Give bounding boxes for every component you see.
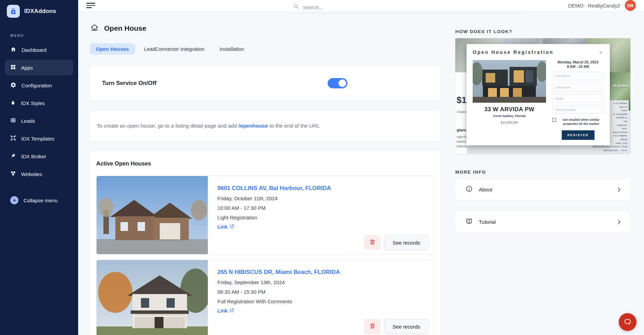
listing-title-link[interactable]: 9601 COLLINS AV, Bal Harbour, FLORIDA	[217, 185, 429, 192]
book-icon	[466, 218, 473, 226]
registration-modal-preview: Open House Registration ×	[467, 44, 610, 145]
brand: IDXAddons	[0, 0, 78, 23]
hamburger-menu-icon[interactable]	[86, 1, 95, 10]
page-content: Open House Open Houses LeadConnector Int…	[78, 11, 644, 335]
listing-date: Friday, September 13th, 2024	[217, 279, 429, 285]
listing-registration-type: Light Registration	[217, 215, 429, 220]
tab-installation[interactable]: Installation	[213, 43, 250, 55]
menu-section-label: MENU	[10, 33, 78, 38]
sidebar-item-idx-styles[interactable]: IDX Styles	[5, 95, 73, 111]
listing-title-link[interactable]: 265 N HIBISCUS DR, Miami Beach, FLORIDA	[217, 269, 429, 276]
sidebar-item-label: IDX Styles	[21, 100, 45, 106]
modal-title: Open House Registration	[473, 49, 554, 55]
chevron-right-icon	[616, 187, 622, 193]
tutorial-card[interactable]: Tutorial	[455, 211, 630, 233]
more-link: more	[621, 149, 627, 152]
tab-leadconnector-integration[interactable]: LeadConnector Integration	[138, 43, 211, 55]
tab-bar: Open Houses LeadConnector Integration In…	[90, 43, 440, 55]
sidebar-item-configuration[interactable]: Configuration	[5, 77, 73, 93]
arrow-left-circle-icon	[10, 196, 18, 204]
listing-actions: See records	[217, 235, 429, 250]
app-root: IDXAddons MENU Dashboard Apps	[0, 0, 644, 335]
info-sidebar: HOW DOES IT LOOK? +6 photos $1 3 bedroo …	[455, 20, 630, 335]
sidebar-item-label: Leads	[21, 118, 35, 124]
listing-details: 265 N HIBISCUS DR, Miami Beach, FLORIDA …	[208, 260, 434, 335]
sidebar-item-label: Configuration	[22, 83, 52, 88]
email-field	[552, 94, 604, 103]
modal-address: 33 W ARVIDA PW	[473, 106, 546, 113]
preview-background-left: $1 3 bedroo glanc ingle Fa bedroo bathro…	[455, 72, 467, 154]
delete-listing-button[interactable]	[364, 235, 381, 250]
app-logo-icon	[7, 5, 20, 18]
page-title: Open House	[104, 24, 146, 32]
table-icon	[10, 117, 16, 124]
register-button: REGISTER	[562, 130, 595, 140]
main-area: DEMO - RealtyCandy2 DR Open House Open H…	[78, 0, 644, 335]
first-name-field	[552, 72, 604, 80]
chat-widget-button[interactable]	[619, 313, 636, 331]
active-open-houses-title: Active Open Houses	[96, 160, 434, 167]
listing-external-link[interactable]: Link	[217, 308, 429, 314]
home-icon	[10, 46, 16, 54]
see-records-button[interactable]: See records	[384, 235, 429, 250]
listing-photo	[97, 260, 208, 335]
sidebar-item-dashboard[interactable]: Dashboard	[5, 42, 73, 58]
sidebar-item-leads[interactable]: Leads	[5, 113, 73, 129]
toggle-knob	[339, 79, 346, 87]
topbar: DEMO - RealtyCandy2 DR	[78, 0, 644, 11]
service-toggle-label: Turn Service On/Off	[102, 80, 156, 87]
search-icon	[293, 3, 299, 11]
avatar[interactable]: DR	[625, 0, 636, 11]
listing-registration-type: Full Registration With Comments	[217, 298, 429, 304]
search-bar	[292, 1, 524, 13]
gear-icon	[10, 82, 16, 89]
sidebar-item-idx-broker[interactable]: IDX Broker	[5, 148, 73, 164]
service-toggle-card: Turn Service On/Off	[90, 66, 440, 100]
sidebar-item-label: Dashboard	[22, 47, 46, 53]
sidebar-item-label: IDX Templates	[21, 136, 54, 142]
external-link-icon	[229, 224, 234, 230]
openhouse-url-fragment: /openhouse	[238, 123, 268, 129]
listing-photo	[97, 176, 208, 254]
delete-listing-button[interactable]	[364, 319, 381, 334]
modal-date: Monday, March 20, 2023 8 AM - 10 AM	[552, 60, 604, 69]
service-toggle-switch[interactable]	[328, 78, 347, 88]
see-records-button[interactable]: See records	[384, 319, 429, 334]
more-info-heading: MORE INFO	[455, 170, 630, 175]
listing-date: Friday, October 11th, 2024	[217, 195, 429, 201]
droplet-icon	[10, 100, 16, 106]
about-card[interactable]: About	[455, 179, 630, 200]
active-open-houses-card: Active Open Houses	[90, 151, 440, 335]
app-title: IDXAddons	[24, 8, 56, 15]
sidebar-item-apps[interactable]: Apps	[5, 60, 73, 75]
listing-actions: See records	[217, 319, 429, 334]
sidebar-nav: Dashboard Apps Configuration	[0, 41, 78, 209]
collapse-menu-button[interactable]: Collapse menu	[5, 192, 73, 208]
artboard-icon	[10, 135, 16, 142]
house-outline-icon	[90, 23, 99, 34]
phone-number-field	[552, 105, 604, 114]
chevron-right-icon	[616, 219, 622, 225]
preview-heading: HOW DOES IT LOOK?	[455, 29, 630, 34]
trash-icon	[369, 323, 376, 330]
trash-icon	[369, 239, 376, 246]
modal-price: $14,500,000	[473, 121, 546, 124]
listing-time: 10:00 AM - 17:30 PM	[217, 205, 429, 211]
modal-city: Coral Gables, Florida	[473, 114, 546, 118]
tab-open-houses[interactable]: Open Houses	[90, 43, 135, 55]
search-input[interactable]	[303, 4, 523, 10]
sidebar-item-websites[interactable]: Websites	[5, 166, 73, 182]
topbar-right: DEMO - RealtyCandy2 DR	[568, 0, 636, 11]
listing-time: 08:30 AM - 15:30 PM	[217, 289, 429, 295]
listing-row: 9601 COLLINS AV, Bal Harbour, FLORIDA Fr…	[96, 176, 434, 254]
photos-count-badge: +6 photos	[612, 84, 628, 88]
sidebar-item-label: Websites	[21, 171, 42, 177]
sidebar-item-label: Apps	[21, 65, 33, 71]
about-label: About	[479, 187, 492, 192]
chat-bubble-icon	[623, 317, 632, 327]
close-icon: ×	[598, 49, 604, 56]
collapse-menu-label: Collapse menu	[24, 198, 58, 203]
cubes-icon	[10, 171, 16, 177]
listing-external-link[interactable]: Link	[217, 224, 429, 230]
sidebar-item-idx-templates[interactable]: IDX Templates	[5, 131, 73, 146]
